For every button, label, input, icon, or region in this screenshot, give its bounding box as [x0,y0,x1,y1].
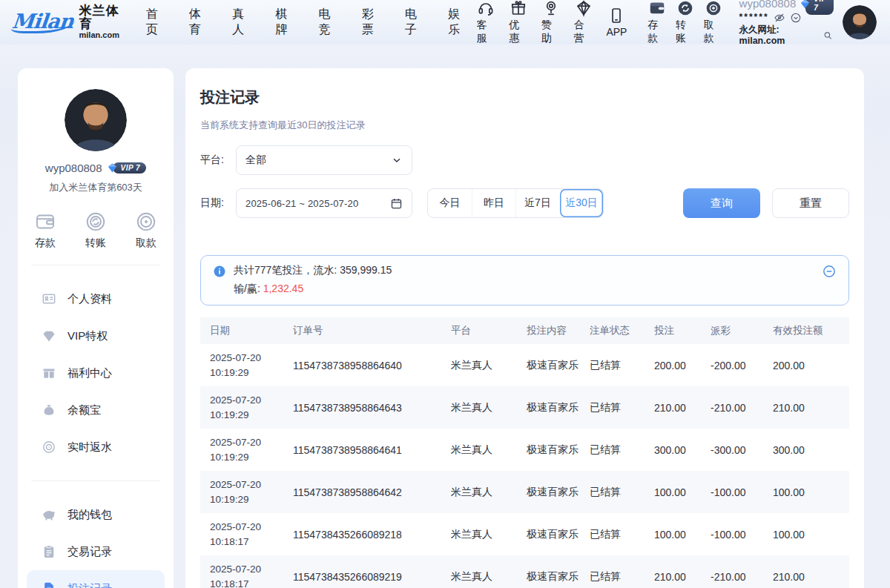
nav-link-chess[interactable]: 棋牌 [275,7,297,38]
cell-valid: 100.00 [763,486,849,498]
page-title: 投注记录 [200,87,849,108]
table-row: 2025-07-2010:19:29 1154738738958864640 米… [200,344,849,386]
col-header-date: 日期 [200,324,283,337]
platform-select[interactable]: 全部 [236,145,412,175]
medal-icon [542,0,560,17]
cell-platform: 米兰真人 [441,443,517,457]
sidebar-item-wallet[interactable]: 我的钱包 [27,496,165,533]
cell-status: 已结算 [580,359,645,372]
rebate-circle-icon [42,440,56,455]
navbar-item-sponsor[interactable]: 赞助 [541,0,561,45]
sidebar-item-label: 福利中心 [67,366,112,380]
sidebar-item-label: VIP特权 [67,329,108,343]
gem-icon [42,328,56,343]
id-card-icon [42,291,56,306]
site-logo[interactable]: Milan 米兰体育 milan.com [12,4,127,39]
navbar-right: 客服 优惠 赞助 合营 APP [469,0,877,47]
sidebar-item-bet-records[interactable]: 投注记录 [27,570,165,588]
navbar-item-deposit[interactable]: 存款 [647,0,667,45]
chevron-circle-icon[interactable] [790,12,802,24]
logo-domain-text: milan.com [79,31,127,40]
cell-date: 2025-07-2010:18:17 [200,520,283,549]
sidebar-item-profile[interactable]: 个人资料 [27,280,165,317]
quick-date-30days[interactable]: 近30日 [559,189,603,217]
cell-content: 极速百家乐 [517,443,580,457]
date-filter-row: 日期: 2025-06-21 ~ 2025-07-20 今日 昨日 近7日 近3… [200,188,849,218]
document-icon [42,581,56,588]
nav-link-entertainment[interactable]: 娱乐 [448,7,469,38]
top-navbar: Milan 米兰体育 milan.com 首页 体育 真人 棋牌 电竞 彩票 电… [0,0,890,44]
sidebar-withdraw-button[interactable]: 取款 [135,211,157,250]
sidebar-item-rebate[interactable]: 实时返水 [27,429,165,466]
nav-link-esports[interactable]: 电竞 [319,7,340,38]
cell-order: 1154738435266089218 [283,529,441,541]
sidebar-deposit-button[interactable]: 存款 [34,211,56,250]
date-range-input[interactable]: 2025-06-21 ~ 2025-07-20 [236,188,412,218]
user-avatar[interactable] [843,5,877,39]
navbar-item-partner[interactable]: 合营 [574,0,593,45]
nav-link-lottery[interactable]: 彩票 [362,7,383,38]
sidebar-item-vip[interactable]: VIP特权 [27,317,165,354]
cell-valid: 100.00 [763,529,849,541]
quick-action-label: 取款 [136,237,156,250]
sidebar-item-label: 我的钱包 [67,508,112,522]
sidebar-item-label: 个人资料 [67,292,112,306]
sidebar-item-welfare[interactable]: 福利中心 [27,354,165,392]
quick-date-yesterday[interactable]: 昨日 [472,189,515,217]
money-bag-icon [42,403,56,417]
date-range-value: 2025-06-21 ~ 2025-07-20 [245,198,358,209]
cell-payout: -300.00 [701,444,763,456]
nav-link-live[interactable]: 真人 [232,7,254,38]
quick-date-7days[interactable]: 近7日 [515,189,559,217]
col-header-platform: 平台 [441,324,517,337]
cell-date: 2025-07-2010:19:29 [200,435,283,464]
sidebar-avatar[interactable] [65,89,127,151]
phone-icon [607,7,625,24]
cell-payout: -210.00 [701,402,763,414]
cell-bet: 210.00 [645,402,701,414]
navbar-item-promo[interactable]: 优惠 [509,0,528,45]
cell-content: 极速百家乐 [517,359,580,372]
sidebar: wyp080808 VIP 7 加入米兰体育第603天 存款 转账 [18,68,174,588]
cell-bet: 200.00 [645,360,701,371]
divider [31,480,160,481]
platform-filter-row: 平台: 全部 [200,145,849,175]
navbar-item-app[interactable]: APP [606,7,627,38]
sidebar-item-yuebao[interactable]: 余额宝 [27,392,165,429]
navbar-item-label: 转账 [676,19,695,45]
sidebar-item-transactions[interactable]: 交易记录 [27,533,165,570]
logo-cn-text: 米兰体育 [79,4,127,31]
navbar-item-withdraw[interactable]: 取款 [704,0,723,45]
cell-bet: 100.00 [645,529,701,541]
cell-order: 1154738738958864642 [283,486,441,498]
summary-loss-value: 1,232.45 [263,283,304,294]
navbar-item-transfer[interactable]: 转账 [676,0,695,45]
info-icon [213,265,226,278]
query-button[interactable]: 查询 [683,188,760,218]
reset-button[interactable]: 重置 [772,188,849,218]
nav-link-slots[interactable]: 电子 [405,7,426,38]
navbar-item-label: 存款 [647,19,667,45]
username-text: wyp080808 [739,0,797,11]
sidebar-transfer-button[interactable]: 转账 [85,211,107,250]
main-nav: 首页 体育 真人 棋牌 电竞 彩票 电子 娱乐 [146,7,470,38]
cell-platform: 米兰真人 [441,359,517,372]
eye-off-icon[interactable] [774,12,785,24]
gift-icon [510,0,527,17]
table-row: 2025-07-2010:18:17 1154738435266089218 米… [200,513,849,555]
navbar-item-support[interactable]: 客服 [476,0,495,45]
withdraw-icon [705,0,722,17]
nav-link-sports[interactable]: 体育 [189,7,211,38]
cell-bet: 300.00 [645,444,701,456]
collapse-icon[interactable] [822,264,837,279]
withdraw-outline-icon [135,211,157,233]
navbar-item-label: 取款 [704,19,723,45]
clipboard-icon [42,544,56,559]
magnifier-icon[interactable] [823,30,834,42]
cell-order: 1154738435266089219 [283,571,441,583]
nav-link-home[interactable]: 首页 [146,7,168,38]
sidebar-item-label: 实时返水 [67,440,112,455]
cell-date: 2025-07-2010:19:29 [200,478,283,506]
col-header-valid: 有效投注额 [763,324,849,337]
quick-date-today[interactable]: 今日 [428,189,472,217]
